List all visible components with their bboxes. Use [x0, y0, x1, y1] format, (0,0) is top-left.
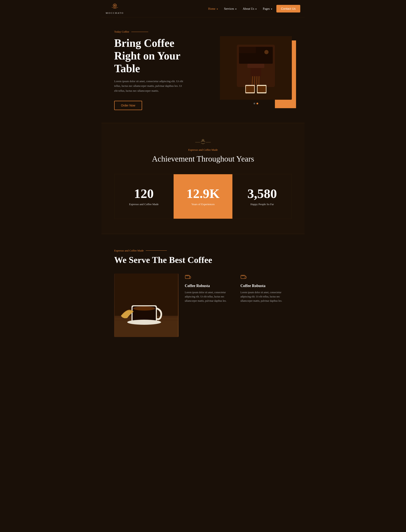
- svg-point-2: [114, 5, 115, 6]
- coffee-item-2-desc: Lorem ipsum dolor sit amet, consectetur …: [240, 290, 292, 303]
- svg-point-37: [241, 275, 245, 276]
- nav-item-services[interactable]: Services ▾: [224, 7, 236, 11]
- svg-line-10: [257, 76, 257, 85]
- svg-point-35: [186, 275, 189, 276]
- nav-item-about[interactable]: About Us ▾: [243, 7, 256, 11]
- stat-card-3: 3,580 Happy People So Far: [232, 174, 292, 219]
- svg-point-33: [133, 306, 155, 311]
- nav-links: Home ▾ Services ▾ About Us ▾ Pages ▾: [208, 7, 272, 11]
- coffee-grid: Coffee Robusta Lorem ipsum dolor sit ame…: [114, 274, 292, 337]
- nav-item-home[interactable]: Home ▾: [208, 7, 218, 11]
- svg-rect-7: [251, 68, 261, 76]
- svg-point-23: [201, 141, 202, 142]
- order-now-button[interactable]: Order Now: [114, 101, 142, 110]
- svg-point-18: [264, 50, 268, 54]
- navbar: MOCCHATO Home ▾ Services ▾ About Us ▾ Pa…: [102, 0, 304, 17]
- svg-point-24: [204, 141, 205, 142]
- coffee-item-2: Coffee Robusta Lorem ipsum dolor sit ame…: [240, 274, 292, 337]
- hero-description: Lorem ipsum dolor sit amet, consectetur …: [114, 79, 186, 93]
- nav-item-pages[interactable]: Pages ▾: [263, 7, 272, 11]
- achievement-section: Espresso and Coffee Made Achievement Thr…: [102, 123, 304, 234]
- best-coffee-title: We Serve The Best Coffee: [114, 255, 292, 265]
- coffee-item-1-title: Coffee Robusta: [185, 284, 236, 288]
- logo-icon: [109, 3, 120, 12]
- best-coffee-tag: Espresso and Coffee Made: [114, 249, 292, 252]
- logo[interactable]: MOCCHATO: [106, 3, 124, 14]
- dot-1[interactable]: [254, 103, 255, 104]
- best-coffee-section: Espresso and Coffee Made We Serve The Be…: [102, 234, 304, 352]
- svg-line-9: [254, 76, 255, 85]
- svg-point-22: [203, 140, 203, 141]
- coffee-cup-image: [114, 274, 178, 337]
- stat-number-1: 120: [119, 187, 169, 200]
- svg-rect-14: [246, 86, 254, 92]
- achievement-title: Achievement Throughout Years: [114, 154, 292, 164]
- stats-grid: 120 Espresso and Coffee Made 12.9K Years…: [114, 174, 292, 219]
- coffee-item-1: Coffee Robusta Lorem ipsum dolor sit ame…: [185, 274, 236, 337]
- coffee-item-1-desc: Lorem ipsum dolor sit amet, consectetur …: [185, 290, 236, 303]
- svg-rect-16: [239, 47, 256, 53]
- stat-label-3: Happy People So Far: [237, 202, 287, 206]
- stat-number-2: 12.9K: [178, 187, 228, 200]
- coffee-item-2-title: Coffee Robusta: [240, 284, 292, 288]
- dot-2[interactable]: [256, 103, 258, 104]
- stat-card-2: 12.9K Years of Experiences: [174, 174, 233, 219]
- hero-image-area: [203, 36, 292, 104]
- svg-rect-6: [247, 64, 264, 68]
- hero-title: Bring Coffee Right on Your Table: [114, 37, 203, 75]
- contact-us-button[interactable]: Contact Us: [276, 5, 300, 13]
- coffee-image-column: [114, 274, 178, 337]
- coffee-items-column: Coffee Robusta Lorem ipsum dolor sit ame…: [185, 274, 292, 337]
- hero-section: Today Coffee Bring Coffee Right on Your …: [102, 17, 304, 123]
- svg-rect-15: [258, 86, 266, 92]
- ornament-icon: [114, 138, 292, 147]
- achievement-tag: Espresso and Coffee Made: [114, 148, 292, 152]
- stat-number-3: 3,580: [237, 187, 287, 200]
- hero-subtitle: Today Coffee: [114, 30, 203, 33]
- coffee-item-1-icon: [185, 274, 236, 281]
- hero-content: Today Coffee Bring Coffee Right on Your …: [114, 30, 203, 110]
- stat-label-2: Years of Experiences: [178, 202, 228, 206]
- stat-card-1: 120 Espresso and Coffee Made: [114, 174, 174, 219]
- coffee-item-2-icon: [240, 274, 292, 281]
- svg-line-11: [259, 76, 259, 85]
- stat-label-1: Espresso and Coffee Made: [119, 202, 169, 206]
- svg-point-32: [127, 320, 161, 325]
- hero-image-container: [220, 36, 292, 104]
- logo-text: MOCCHATO: [106, 12, 124, 14]
- hero-coffee-image: [220, 36, 292, 100]
